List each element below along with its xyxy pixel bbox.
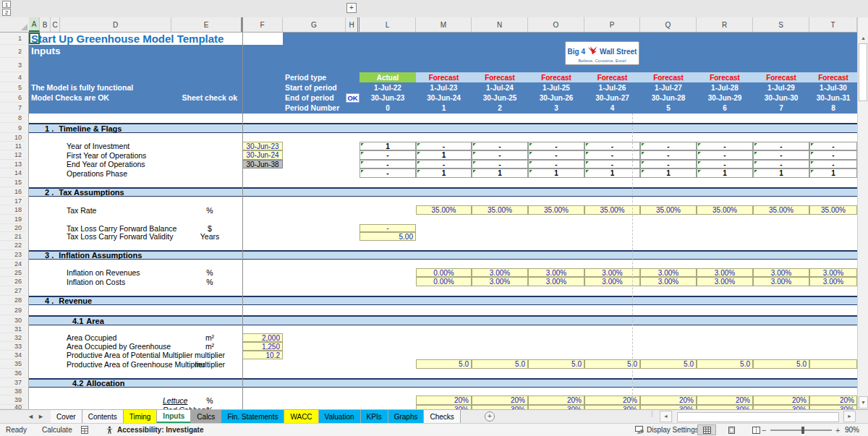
- zoom-slider-thumb[interactable]: [801, 427, 804, 434]
- sheet-tab-valuation[interactable]: Valuation: [319, 410, 361, 423]
- row-number[interactable]: 5: [0, 82, 25, 93]
- input-multiplier-cell[interactable]: 5.0: [697, 359, 753, 369]
- input-allocation-cell[interactable]: 20%: [809, 396, 857, 405]
- scroll-up-icon[interactable]: ▲: [859, 33, 867, 43]
- scrollbar-splitter[interactable]: ⋮: [649, 412, 652, 421]
- row-number[interactable]: 15: [0, 178, 25, 187]
- row-number[interactable]: 21: [0, 232, 25, 241]
- sheet-tab-wacc[interactable]: WACC: [284, 410, 318, 423]
- row-number[interactable]: 12: [0, 150, 25, 160]
- input-multiplier-cell[interactable]: 5.0: [753, 359, 809, 369]
- column-header-T[interactable]: T: [809, 17, 857, 32]
- input-inflation-cell[interactable]: 0.00%: [416, 268, 472, 277]
- input-tax-rate-cell[interactable]: 35.00%: [472, 205, 528, 215]
- input-inflation-cell[interactable]: 3.00%: [809, 277, 857, 286]
- row-number[interactable]: 10: [0, 133, 25, 142]
- input-inflation-cell[interactable]: 3.00%: [697, 268, 753, 277]
- input-allocation-cell[interactable]: 20%: [640, 396, 697, 405]
- row-number[interactable]: 35: [0, 359, 25, 369]
- row-number[interactable]: 31: [0, 325, 25, 333]
- column-header-L[interactable]: L: [359, 17, 416, 32]
- input-inflation-cell[interactable]: 3.00%: [640, 268, 697, 277]
- vertical-scrollbar[interactable]: ▲ ▼: [857, 17, 868, 409]
- row-number[interactable]: 22: [0, 241, 25, 250]
- sheet-tab-graphs[interactable]: Graphs: [388, 410, 425, 423]
- input-area-occupied[interactable]: 2,000: [242, 333, 283, 342]
- input-tax-rate-cell[interactable]: 35.00%: [416, 205, 472, 215]
- tab-scroll-right-icon[interactable]: ►: [38, 410, 44, 423]
- row-number[interactable]: 13: [0, 160, 25, 168]
- scroll-left-icon[interactable]: ◄: [660, 411, 672, 422]
- input-tax-rate-cell[interactable]: 35.00%: [809, 205, 857, 215]
- row-number[interactable]: 14: [0, 168, 25, 178]
- row-number[interactable]: 34: [0, 351, 25, 359]
- input-tax-rate-cell[interactable]: 35.00%: [697, 205, 753, 215]
- row-number[interactable]: 17: [0, 197, 25, 205]
- sheet-tab-fin-statements[interactable]: Fin. Statements: [221, 410, 284, 423]
- row-number[interactable]: 2: [0, 45, 25, 58]
- column-header-A[interactable]: A: [29, 17, 40, 32]
- row-number[interactable]: 38: [0, 388, 25, 396]
- input-potential-multiplier[interactable]: 10.2: [242, 351, 283, 359]
- input-inflation-cell[interactable]: 3.00%: [809, 268, 857, 277]
- row-number[interactable]: 37: [0, 378, 25, 388]
- row-number[interactable]: 3: [0, 58, 25, 72]
- input-inflation-cell[interactable]: 3.00%: [753, 277, 809, 286]
- tab-scroll-left-icon[interactable]: ◄: [27, 410, 34, 423]
- input-inflation-cell[interactable]: 0.00%: [416, 277, 472, 286]
- column-header-C[interactable]: C: [51, 17, 60, 32]
- row-number[interactable]: 9: [0, 123, 25, 133]
- sheet-tab-calcs[interactable]: Calcs: [191, 410, 221, 423]
- outline-level-2-button[interactable]: 2: [2, 9, 11, 16]
- row-number[interactable]: 20: [0, 224, 25, 232]
- input-multiplier-cell[interactable]: 5.0: [416, 359, 472, 369]
- row-number[interactable]: 1: [0, 33, 25, 45]
- column-header-B[interactable]: B: [40, 17, 51, 32]
- column-header-R[interactable]: R: [697, 17, 753, 32]
- row-number[interactable]: 32: [0, 333, 25, 342]
- input-tax-loss-balance[interactable]: -: [359, 224, 416, 232]
- row-number[interactable]: 6: [0, 93, 25, 103]
- column-header-N[interactable]: N: [472, 17, 528, 32]
- input-multiplier-cell[interactable]: [809, 359, 857, 369]
- row-number[interactable]: 29: [0, 305, 25, 315]
- row-number[interactable]: 18: [0, 205, 25, 215]
- row-number[interactable]: 8: [0, 114, 25, 123]
- input-inflation-cell[interactable]: 3.00%: [472, 277, 528, 286]
- normal-view-icon[interactable]: [697, 424, 716, 435]
- page-layout-view-icon[interactable]: [722, 424, 741, 435]
- add-sheet-icon[interactable]: +: [485, 411, 495, 422]
- sheet-tab-inputs[interactable]: Inputs: [157, 410, 191, 423]
- input-tax-rate-cell[interactable]: 35.00%: [528, 205, 584, 215]
- column-header-H[interactable]: H: [346, 17, 359, 32]
- row-number[interactable]: 33: [0, 342, 25, 351]
- scroll-down-icon[interactable]: ▼: [859, 396, 868, 409]
- column-header-P[interactable]: P: [584, 17, 640, 32]
- sheet-tab-kpis[interactable]: KPIs: [361, 410, 388, 423]
- zoom-out-icon[interactable]: −: [762, 424, 766, 436]
- input-multiplier-cell[interactable]: 5.0: [640, 359, 697, 369]
- row-number[interactable]: 19: [0, 215, 25, 224]
- row-number[interactable]: 30: [0, 315, 25, 325]
- input-inflation-cell[interactable]: 3.00%: [528, 277, 584, 286]
- calculate-status[interactable]: Calculate: [42, 424, 72, 436]
- row-number[interactable]: 27: [0, 286, 25, 296]
- column-header-E[interactable]: E: [171, 17, 242, 32]
- input-inflation-cell[interactable]: 3.00%: [640, 277, 697, 286]
- zoom-level[interactable]: 90%: [845, 424, 859, 436]
- column-header-O[interactable]: O: [528, 17, 584, 32]
- input-multiplier-cell[interactable]: 5.0: [528, 359, 584, 369]
- row-number[interactable]: 4: [0, 72, 25, 82]
- accessibility-status[interactable]: Accessibility: Investigate: [117, 424, 204, 436]
- column-header-G[interactable]: G: [283, 17, 346, 32]
- input-inflation-cell[interactable]: 3.00%: [753, 268, 809, 277]
- input-allocation-cell[interactable]: 20%: [753, 396, 809, 405]
- sheet-tab-timing[interactable]: Timing: [124, 410, 158, 423]
- column-header-Q[interactable]: Q: [640, 17, 697, 32]
- input-tax-rate-cell[interactable]: 35.00%: [753, 205, 809, 215]
- sheet-tab-checks[interactable]: Checks: [424, 410, 460, 423]
- horizontal-scroll-thumb[interactable]: [677, 412, 839, 422]
- input-tax-rate-cell[interactable]: 35.00%: [640, 205, 697, 215]
- input-allocation-cell[interactable]: 20%: [416, 396, 472, 405]
- input-inflation-cell[interactable]: 3.00%: [697, 277, 753, 286]
